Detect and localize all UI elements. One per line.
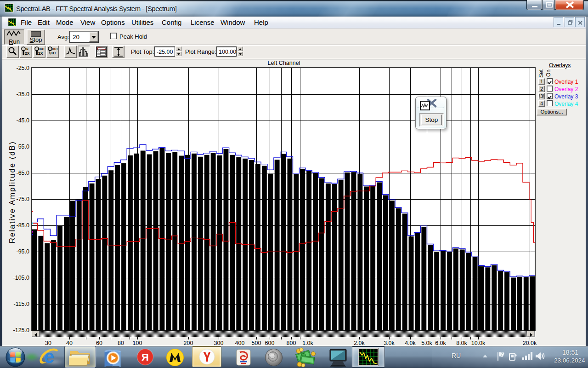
svg-text:IN: IN (26, 48, 28, 51)
svg-text:OUT: OUT (52, 47, 58, 51)
svg-text:OUT: OUT (39, 47, 45, 51)
svg-text:FULL: FULL (51, 52, 57, 55)
svg-text:Я: Я (141, 351, 149, 363)
svg-text:2X: 2X (38, 51, 43, 56)
svg-text:2X: 2X (25, 51, 30, 56)
